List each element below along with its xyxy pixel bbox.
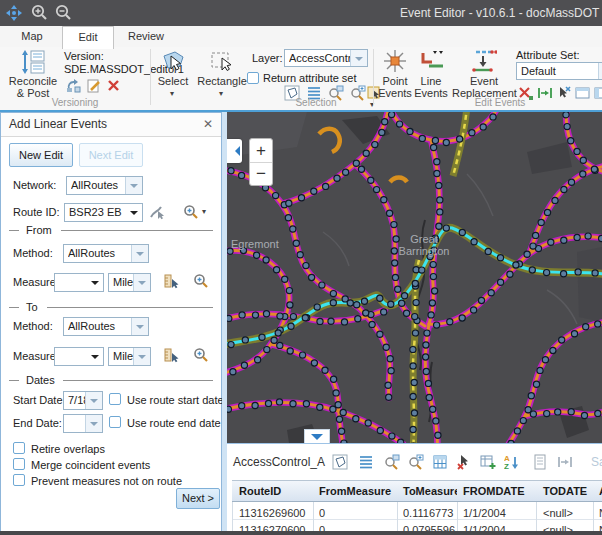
column-header-todate[interactable]: TODATE xyxy=(536,480,593,502)
attribute-set-dropdown[interactable]: Default xyxy=(516,62,602,80)
map-canvas: Egremont Great Barrington xyxy=(227,112,602,443)
start-date-arrow[interactable] xyxy=(85,392,102,409)
collapse-panel-button[interactable] xyxy=(227,139,242,163)
return-attribute-set-checkbox[interactable] xyxy=(247,72,259,84)
next-edit-button[interactable]: Next Edit xyxy=(79,143,143,167)
from-method-arrow[interactable] xyxy=(131,245,148,262)
to-unit-dropdown[interactable]: Miles xyxy=(108,347,151,366)
tab-map[interactable]: Map xyxy=(8,26,56,47)
pan-to-feature-icon[interactable] xyxy=(408,454,424,470)
zoom-to-feature-icon[interactable] xyxy=(384,454,400,470)
next-button[interactable]: Next > xyxy=(176,488,220,509)
from-measure-arrow[interactable] xyxy=(87,274,103,291)
start-date-label: Start Date: xyxy=(13,394,66,406)
report-icon[interactable] xyxy=(532,454,548,470)
map-zoom-in-button[interactable]: + xyxy=(250,139,272,163)
reconcile-post-button[interactable]: Reconcile & Post xyxy=(4,48,62,100)
layer-dropdown-arrow[interactable] xyxy=(350,50,367,66)
map-label-egremont: Egremont xyxy=(231,238,279,250)
trim-event-icon[interactable] xyxy=(556,85,572,101)
use-route-end-checkbox[interactable] xyxy=(109,416,121,428)
to-method-label: Method: xyxy=(13,320,53,332)
from-measure-dropdown[interactable] xyxy=(54,273,104,292)
measure-range-icon[interactable] xyxy=(557,454,573,470)
to-measure-on-map-icon[interactable] xyxy=(164,347,180,363)
layer-dropdown[interactable]: AccessControl_A xyxy=(284,49,368,67)
tab-edit[interactable]: Edit xyxy=(62,26,114,49)
to-method-dropdown[interactable]: AllRoutes xyxy=(63,317,149,336)
return-attribute-set-label: Return attribute set xyxy=(263,72,357,84)
route-id-dropdown-arrow[interactable] xyxy=(126,204,142,221)
select-features-icon[interactable] xyxy=(332,454,348,470)
column-header-frommeasure[interactable]: FromMeasure xyxy=(313,480,397,502)
network-dropdown[interactable]: AllRoutes xyxy=(66,176,143,195)
attribute-window-icon[interactable] xyxy=(575,85,591,101)
column-header-ac[interactable]: AC xyxy=(593,480,602,502)
network-dropdown-arrow[interactable] xyxy=(125,177,142,194)
start-date-dropdown[interactable]: 7/18/ xyxy=(63,391,103,410)
prevent-measures-checkbox[interactable] xyxy=(13,474,25,486)
from-measure-on-map-icon[interactable] xyxy=(164,273,180,289)
rectangle-dropdown-caret: ▾ xyxy=(219,90,223,98)
edit-version-icon[interactable] xyxy=(86,78,102,94)
sort-icon[interactable]: AZ xyxy=(504,454,520,470)
end-date-label: End Date: xyxy=(13,417,62,429)
line-events-button[interactable]: Line Events xyxy=(413,48,449,104)
merge-coincident-checkbox[interactable] xyxy=(13,458,25,470)
point-events-button[interactable]: Point Events xyxy=(377,48,413,104)
layer-label: Layer: xyxy=(252,52,283,64)
show-all-rows-icon[interactable] xyxy=(358,454,374,470)
zoom-out-icon[interactable] xyxy=(54,4,72,22)
new-edit-button[interactable]: New Edit xyxy=(9,143,73,167)
versioning-group-label: Versioning xyxy=(30,97,120,108)
map-viewport[interactable]: Egremont Great Barrington + − xyxy=(227,112,602,443)
collapse-table-button[interactable] xyxy=(304,429,330,443)
titlebar: Event Editor - v10.6.1 - docMassDOT xyxy=(0,0,602,26)
zoom-in-icon[interactable] xyxy=(30,4,48,22)
use-route-start-checkbox[interactable] xyxy=(109,393,121,405)
panel-header: Add Linear Events ✕ xyxy=(1,113,221,137)
zoom-route-caret[interactable]: ▾ xyxy=(202,208,206,216)
end-date-arrow[interactable] xyxy=(85,415,102,432)
save-button[interactable]: Sa xyxy=(591,455,602,469)
column-header-tomeasure[interactable]: ToMeasure xyxy=(397,480,457,502)
from-method-dropdown[interactable]: AllRoutes xyxy=(63,244,149,263)
to-unit-arrow[interactable] xyxy=(133,348,150,365)
event-replacement-button[interactable]: Event Replacement xyxy=(452,48,516,104)
reconcile-icon xyxy=(21,49,47,75)
delete-version-icon[interactable] xyxy=(106,78,122,94)
rectangle-select-icon xyxy=(210,49,234,73)
zoom-to-route-icon[interactable] xyxy=(183,204,199,220)
route-id-dropdown[interactable]: BSR23 EB xyxy=(64,203,143,222)
tab-review[interactable]: Review xyxy=(118,26,174,47)
select-icon xyxy=(161,49,185,73)
to-measure-arrow[interactable] xyxy=(87,348,103,365)
to-method-arrow[interactable] xyxy=(131,318,148,335)
event-editor-window: Event Editor - v10.6.1 - docMassDOT Map … xyxy=(0,0,602,535)
close-icon[interactable]: ✕ xyxy=(203,117,213,131)
pan-icon[interactable] xyxy=(5,4,23,22)
window-bottom-edge xyxy=(0,531,602,535)
clear-table-selection-icon[interactable] xyxy=(456,454,472,470)
table-layer-name[interactable]: AccessControl_A xyxy=(233,455,325,469)
from-measure-zoom-icon[interactable] xyxy=(193,273,209,289)
select-button[interactable]: Select ▾ xyxy=(152,48,194,104)
from-unit-arrow[interactable] xyxy=(133,274,150,291)
column-header-fromdate[interactable]: FROMDATE xyxy=(457,480,536,502)
to-measure-zoom-icon[interactable] xyxy=(193,347,209,363)
retire-overlaps-checkbox[interactable] xyxy=(13,442,25,454)
field-calculator-icon[interactable] xyxy=(432,454,448,470)
end-date-dropdown[interactable] xyxy=(63,414,103,433)
from-unit-dropdown[interactable]: Miles xyxy=(108,273,151,292)
to-measure-dropdown[interactable] xyxy=(54,347,104,366)
rectangle-button[interactable]: Rectangle ▾ xyxy=(196,48,248,104)
table-toolbar: AccessControl_A AZ xyxy=(227,444,602,480)
map-zoom-out-button[interactable]: − xyxy=(250,162,272,185)
add-record-icon[interactable] xyxy=(480,454,496,470)
attribute-set-dropdown-arrow[interactable] xyxy=(598,63,602,79)
select-route-on-map-icon[interactable] xyxy=(149,204,165,220)
panel-window-icon[interactable] xyxy=(594,85,602,101)
column-header-routeid[interactable]: RouteID xyxy=(232,480,313,502)
selection-group-label: Selection xyxy=(276,97,356,108)
version-changes-icon[interactable] xyxy=(66,78,82,94)
